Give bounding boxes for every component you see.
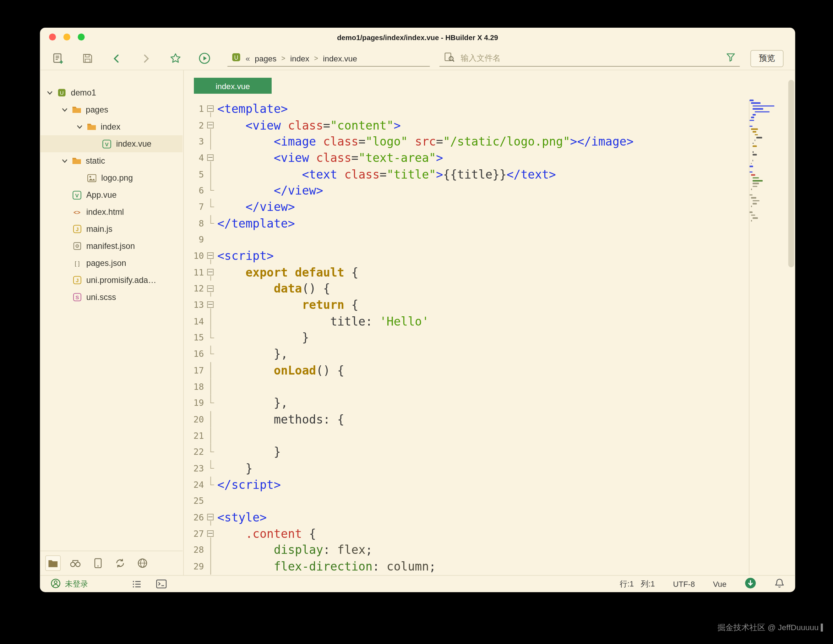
globe-icon[interactable] xyxy=(135,556,151,571)
close-window-button[interactable] xyxy=(49,34,56,41)
code-line[interactable]: 26<style> xyxy=(184,509,749,525)
code-line[interactable]: 18 xyxy=(184,379,749,395)
encoding-indicator[interactable]: UTF-8 xyxy=(673,580,695,588)
update-icon[interactable] xyxy=(745,577,756,591)
minimap[interactable] xyxy=(749,100,779,223)
fold-toggle-icon[interactable] xyxy=(204,101,218,117)
tree-item-demo1[interactable]: Udemo1 xyxy=(40,84,183,101)
files-icon[interactable] xyxy=(45,556,61,571)
fold-toggle-icon[interactable] xyxy=(204,525,218,542)
code-line[interactable]: 29 flex-direction: column; xyxy=(184,558,749,575)
code-line[interactable]: 23 } xyxy=(184,460,749,477)
code-line[interactable]: 24</script> xyxy=(184,477,749,493)
fold-guide xyxy=(204,558,218,575)
code-lines[interactable]: 1<template>2 <view class="content">3 <im… xyxy=(184,101,749,575)
tree-item-main.js[interactable]: Jmain.js xyxy=(40,220,183,238)
code-line[interactable]: 17 onLoad() { xyxy=(184,362,749,379)
code-line[interactable]: 22 } xyxy=(184,444,749,460)
code-line[interactable]: 19 }, xyxy=(184,395,749,411)
line-number: 23 xyxy=(184,463,204,474)
fold-toggle-icon[interactable] xyxy=(204,117,218,133)
search-file-input[interactable]: 输入文件名 xyxy=(440,50,740,66)
title-bar[interactable]: demo1/pages/index/index.vue - HBuilder X… xyxy=(40,28,795,47)
filter-icon[interactable] xyxy=(726,52,736,64)
binoculars-icon[interactable] xyxy=(68,556,84,571)
preview-button[interactable]: 预览 xyxy=(751,50,784,67)
bell-icon[interactable] xyxy=(774,578,785,590)
code-line[interactable]: 21 xyxy=(184,427,749,444)
code-line[interactable]: 7 </view> xyxy=(184,199,749,215)
breadcrumb-item-index[interactable]: index xyxy=(290,54,309,63)
tree-item-index[interactable]: index xyxy=(40,118,183,135)
chevron-down-icon[interactable] xyxy=(47,89,54,96)
code-line[interactable]: 6 </view> xyxy=(184,183,749,199)
chevron-down-icon[interactable] xyxy=(61,106,69,113)
code-line[interactable]: 25 xyxy=(184,493,749,509)
minimize-window-button[interactable] xyxy=(64,34,71,41)
line-number: 24 xyxy=(184,480,204,490)
star-icon[interactable] xyxy=(169,52,182,64)
fold-toggle-icon[interactable] xyxy=(204,509,218,525)
device-icon[interactable] xyxy=(90,556,106,571)
breadcrumb[interactable]: U « pages > index > index.vue xyxy=(228,50,430,66)
terminal-icon[interactable] xyxy=(156,580,167,589)
tree-item-logo.png[interactable]: logo.png xyxy=(40,169,183,186)
back-icon[interactable] xyxy=(111,52,123,64)
filetype-indicator[interactable]: Vue xyxy=(713,580,727,588)
tab-index-vue[interactable]: index.vue xyxy=(194,78,272,94)
outline-icon[interactable] xyxy=(132,580,142,588)
tree-item-manifest.json[interactable]: manifest.json xyxy=(40,238,183,255)
code-line[interactable]: 10<script> xyxy=(184,248,749,264)
code-line[interactable]: 1<template> xyxy=(184,101,749,117)
tree-item-index.vue[interactable]: Vindex.vue xyxy=(40,135,183,152)
line-number: 6 xyxy=(184,185,204,196)
sync-icon[interactable] xyxy=(113,556,128,571)
code-line[interactable]: 11 export default { xyxy=(184,264,749,281)
tree-item-uni.scss[interactable]: Suni.scss xyxy=(40,289,183,306)
fold-toggle-icon[interactable] xyxy=(204,297,218,313)
code-line[interactable]: 28 display: flex; xyxy=(184,542,749,558)
tree-item-uni.promisify.ada[interactable]: Juni.promisify.ada… xyxy=(40,271,183,289)
chevron-down-icon[interactable] xyxy=(61,157,69,164)
forward-icon[interactable] xyxy=(140,52,152,64)
fold-guide xyxy=(204,362,218,379)
breadcrumb-collapse[interactable]: « xyxy=(246,54,250,63)
code-line[interactable]: 14 title: 'Hello' xyxy=(184,313,749,329)
scrollbar[interactable] xyxy=(788,75,794,570)
code-line[interactable]: 27 .content { xyxy=(184,525,749,542)
line-number: 2 xyxy=(184,120,204,130)
svg-text:U: U xyxy=(60,90,64,96)
code-line[interactable]: 15 } xyxy=(184,329,749,346)
folder-icon xyxy=(71,156,82,166)
code-line[interactable]: 3 <image class="logo" src="/static/logo.… xyxy=(184,133,749,150)
run-icon[interactable] xyxy=(198,52,211,64)
tree-item-pages.json[interactable]: [ ]pages.json xyxy=(40,255,183,271)
maximize-window-button[interactable] xyxy=(78,34,85,41)
fold-toggle-icon[interactable] xyxy=(204,281,218,297)
tree-item-static[interactable]: static xyxy=(40,152,183,169)
code-line[interactable]: 4 <view class="text-area"> xyxy=(184,150,749,166)
code-line[interactable]: 8</template> xyxy=(184,215,749,231)
new-file-icon[interactable] xyxy=(52,52,64,64)
breadcrumb-item-file[interactable]: index.vue xyxy=(323,54,357,63)
code-line[interactable]: 5 <text class="title">{{title}}</text> xyxy=(184,166,749,183)
scrollbar-thumb[interactable] xyxy=(788,80,794,267)
cursor-position[interactable]: 行:1 列:1 xyxy=(620,579,655,589)
code-line[interactable]: 13 return { xyxy=(184,297,749,313)
code-line[interactable]: 12 data() { xyxy=(184,281,749,297)
login-status[interactable]: 未登录 xyxy=(51,578,88,590)
code-line[interactable]: 16 }, xyxy=(184,346,749,362)
tree-item-pages[interactable]: pages xyxy=(40,101,183,118)
code-line[interactable]: 2 <view class="content"> xyxy=(184,117,749,133)
fold-toggle-icon[interactable] xyxy=(204,248,218,264)
code-line[interactable]: 20 methods: { xyxy=(184,411,749,427)
tree-item-App.vue[interactable]: VApp.vue xyxy=(40,186,183,204)
breadcrumb-item-pages[interactable]: pages xyxy=(255,54,277,63)
code-line[interactable]: 9 xyxy=(184,231,749,248)
fold-toggle-icon[interactable] xyxy=(204,264,218,281)
save-icon[interactable] xyxy=(81,52,94,64)
chevron-down-icon[interactable] xyxy=(76,123,84,130)
fold-toggle-icon[interactable] xyxy=(204,150,218,166)
minimap-line xyxy=(753,217,758,219)
tree-item-index.html[interactable]: <>index.html xyxy=(40,204,183,220)
